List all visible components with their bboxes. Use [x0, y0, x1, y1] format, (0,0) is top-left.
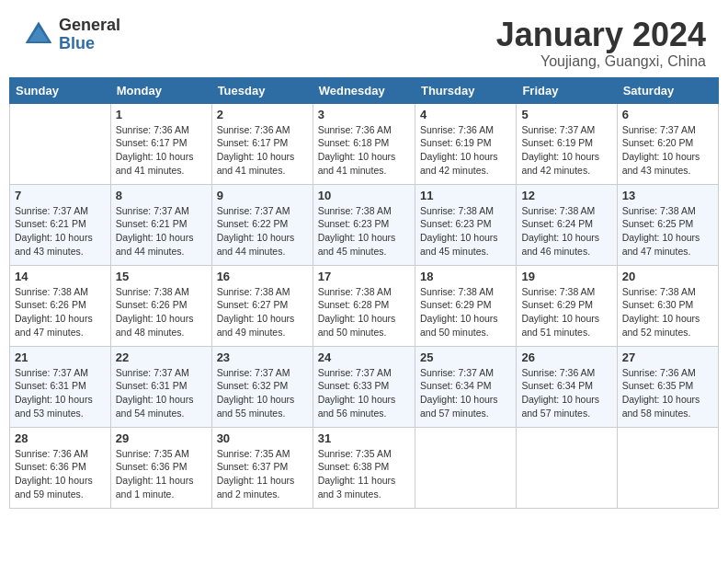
weekday-header: Friday [517, 77, 617, 103]
calendar-week-row: 21Sunrise: 7:37 AMSunset: 6:31 PMDayligh… [10, 346, 719, 427]
calendar-cell: 1Sunrise: 7:36 AMSunset: 6:17 PMDaylight… [110, 103, 211, 184]
calendar-cell: 2Sunrise: 7:36 AMSunset: 6:17 PMDaylight… [211, 103, 313, 184]
calendar-cell: 14Sunrise: 7:38 AMSunset: 6:26 PMDayligh… [10, 265, 111, 346]
day-number: 23 [217, 350, 308, 364]
calendar-cell: 3Sunrise: 7:36 AMSunset: 6:18 PMDaylight… [313, 103, 415, 184]
day-number: 30 [217, 431, 308, 445]
calendar-cell [10, 103, 111, 184]
day-info: Sunrise: 7:37 AMSunset: 6:20 PMDaylight:… [622, 123, 713, 178]
day-info: Sunrise: 7:38 AMSunset: 6:28 PMDaylight:… [318, 285, 410, 339]
calendar-cell: 23Sunrise: 7:37 AMSunset: 6:32 PMDayligh… [211, 346, 313, 427]
calendar-cell: 31Sunrise: 7:35 AMSunset: 6:38 PMDayligh… [313, 427, 415, 508]
day-info: Sunrise: 7:35 AMSunset: 6:36 PMDaylight:… [116, 447, 207, 501]
calendar-cell: 29Sunrise: 7:35 AMSunset: 6:36 PMDayligh… [110, 427, 211, 508]
day-number: 4 [420, 108, 511, 121]
calendar-cell: 6Sunrise: 7:37 AMSunset: 6:20 PMDaylight… [617, 103, 718, 184]
calendar-week-row: 14Sunrise: 7:38 AMSunset: 6:26 PMDayligh… [10, 265, 719, 346]
day-number: 29 [116, 431, 207, 445]
calendar-cell [517, 427, 617, 508]
weekday-header: Sunday [10, 77, 111, 103]
day-info: Sunrise: 7:36 AMSunset: 6:34 PMDaylight:… [521, 366, 611, 420]
day-info: Sunrise: 7:38 AMSunset: 6:26 PMDaylight:… [15, 285, 106, 339]
calendar-cell: 9Sunrise: 7:37 AMSunset: 6:22 PMDaylight… [211, 184, 313, 265]
day-info: Sunrise: 7:38 AMSunset: 6:29 PMDaylight:… [521, 285, 611, 339]
day-info: Sunrise: 7:38 AMSunset: 6:27 PMDaylight:… [217, 285, 308, 339]
day-number: 25 [420, 350, 511, 364]
calendar-cell: 10Sunrise: 7:38 AMSunset: 6:23 PMDayligh… [313, 184, 415, 265]
calendar-cell: 13Sunrise: 7:38 AMSunset: 6:25 PMDayligh… [617, 184, 718, 265]
calendar-cell: 19Sunrise: 7:38 AMSunset: 6:29 PMDayligh… [517, 265, 617, 346]
day-number: 1 [116, 108, 207, 121]
header: General Blue January 2024 Youjiang, Guan… [0, 0, 728, 77]
day-number: 6 [622, 108, 713, 121]
day-info: Sunrise: 7:38 AMSunset: 6:23 PMDaylight:… [420, 204, 511, 259]
day-number: 2 [217, 108, 308, 121]
calendar-cell: 7Sunrise: 7:37 AMSunset: 6:21 PMDaylight… [10, 184, 111, 265]
calendar-week-row: 1Sunrise: 7:36 AMSunset: 6:17 PMDaylight… [10, 103, 719, 184]
day-info: Sunrise: 7:37 AMSunset: 6:32 PMDaylight:… [217, 366, 308, 420]
calendar-cell: 30Sunrise: 7:35 AMSunset: 6:37 PMDayligh… [211, 427, 313, 508]
calendar-week-row: 7Sunrise: 7:37 AMSunset: 6:21 PMDaylight… [10, 184, 719, 265]
calendar-cell: 15Sunrise: 7:38 AMSunset: 6:26 PMDayligh… [110, 265, 211, 346]
logo: General Blue [22, 17, 120, 53]
day-number: 7 [15, 189, 106, 202]
calendar-cell: 26Sunrise: 7:36 AMSunset: 6:34 PMDayligh… [517, 346, 617, 427]
day-info: Sunrise: 7:38 AMSunset: 6:25 PMDaylight:… [622, 204, 713, 259]
day-number: 22 [116, 350, 207, 364]
calendar-cell: 11Sunrise: 7:38 AMSunset: 6:23 PMDayligh… [415, 184, 516, 265]
day-number: 21 [15, 350, 106, 364]
calendar-wrapper: SundayMondayTuesdayWednesdayThursdayFrid… [0, 77, 728, 518]
day-number: 27 [622, 350, 713, 364]
weekday-header: Wednesday [313, 77, 415, 103]
weekday-header: Tuesday [211, 77, 313, 103]
day-number: 10 [318, 189, 410, 202]
calendar-cell: 8Sunrise: 7:37 AMSunset: 6:21 PMDaylight… [110, 184, 211, 265]
day-number: 24 [318, 350, 410, 364]
logo-icon [22, 18, 55, 52]
day-info: Sunrise: 7:37 AMSunset: 6:19 PMDaylight:… [521, 123, 611, 178]
calendar-cell: 28Sunrise: 7:36 AMSunset: 6:36 PMDayligh… [10, 427, 111, 508]
day-info: Sunrise: 7:37 AMSunset: 6:34 PMDaylight:… [420, 366, 511, 420]
weekday-header: Thursday [415, 77, 516, 103]
day-info: Sunrise: 7:38 AMSunset: 6:30 PMDaylight:… [622, 285, 713, 339]
day-number: 5 [521, 108, 611, 121]
calendar-cell [415, 427, 516, 508]
day-number: 12 [521, 189, 611, 202]
calendar-week-row: 28Sunrise: 7:36 AMSunset: 6:36 PMDayligh… [10, 427, 719, 508]
day-info: Sunrise: 7:36 AMSunset: 6:17 PMDaylight:… [217, 123, 308, 178]
day-number: 3 [318, 108, 410, 121]
day-number: 13 [622, 189, 713, 202]
day-info: Sunrise: 7:36 AMSunset: 6:17 PMDaylight:… [116, 123, 207, 178]
calendar-cell: 25Sunrise: 7:37 AMSunset: 6:34 PMDayligh… [415, 346, 516, 427]
day-info: Sunrise: 7:37 AMSunset: 6:21 PMDaylight:… [15, 204, 106, 259]
day-number: 28 [15, 431, 106, 445]
day-info: Sunrise: 7:38 AMSunset: 6:26 PMDaylight:… [116, 285, 207, 339]
day-number: 8 [116, 189, 207, 202]
calendar-cell: 20Sunrise: 7:38 AMSunset: 6:30 PMDayligh… [617, 265, 718, 346]
day-info: Sunrise: 7:37 AMSunset: 6:33 PMDaylight:… [318, 366, 410, 420]
day-info: Sunrise: 7:36 AMSunset: 6:36 PMDaylight:… [15, 447, 106, 501]
day-info: Sunrise: 7:36 AMSunset: 6:19 PMDaylight:… [420, 123, 511, 178]
calendar-cell: 18Sunrise: 7:38 AMSunset: 6:29 PMDayligh… [415, 265, 516, 346]
day-number: 20 [622, 270, 713, 283]
day-info: Sunrise: 7:37 AMSunset: 6:21 PMDaylight:… [116, 204, 207, 259]
day-number: 16 [217, 270, 308, 283]
day-info: Sunrise: 7:37 AMSunset: 6:22 PMDaylight:… [217, 204, 308, 259]
calendar-cell: 27Sunrise: 7:36 AMSunset: 6:35 PMDayligh… [617, 346, 718, 427]
logo-blue-text: Blue [59, 35, 120, 53]
day-info: Sunrise: 7:38 AMSunset: 6:24 PMDaylight:… [521, 204, 611, 259]
location: Youjiang, Guangxi, China [496, 53, 706, 70]
day-number: 11 [420, 189, 511, 202]
day-info: Sunrise: 7:38 AMSunset: 6:23 PMDaylight:… [318, 204, 410, 259]
day-info: Sunrise: 7:38 AMSunset: 6:29 PMDaylight:… [420, 285, 511, 339]
calendar-cell: 24Sunrise: 7:37 AMSunset: 6:33 PMDayligh… [313, 346, 415, 427]
calendar-cell [617, 427, 718, 508]
day-number: 19 [521, 270, 611, 283]
day-number: 18 [420, 270, 511, 283]
calendar-cell: 5Sunrise: 7:37 AMSunset: 6:19 PMDaylight… [517, 103, 617, 184]
logo-general-text: General [59, 17, 120, 35]
day-number: 17 [318, 270, 410, 283]
day-info: Sunrise: 7:36 AMSunset: 6:18 PMDaylight:… [318, 123, 410, 178]
calendar-cell: 16Sunrise: 7:38 AMSunset: 6:27 PMDayligh… [211, 265, 313, 346]
calendar-body: 1Sunrise: 7:36 AMSunset: 6:17 PMDaylight… [10, 103, 719, 508]
